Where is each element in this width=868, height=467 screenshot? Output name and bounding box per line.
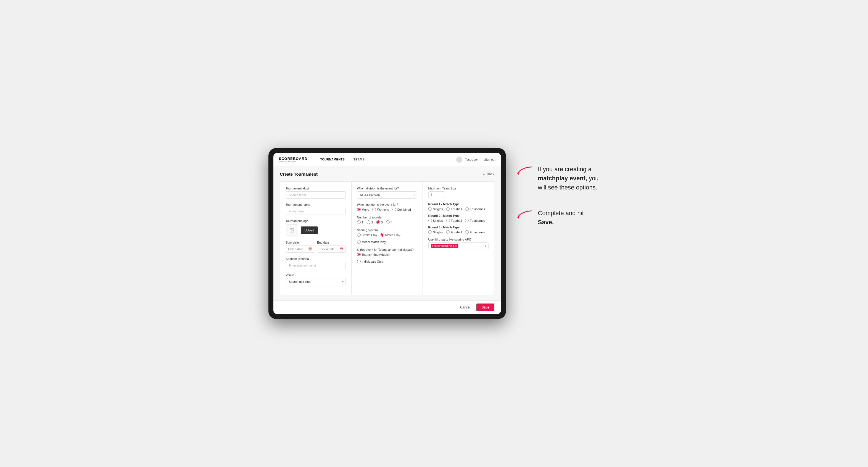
- round3-foursomes-label: Foursomes: [470, 230, 485, 234]
- round1-singles-radio[interactable]: [428, 207, 432, 211]
- logo-sub: Powered by clippit: [279, 160, 308, 162]
- rounds-1-label: 1: [362, 221, 364, 224]
- rounds-2-option[interactable]: 2: [367, 220, 373, 224]
- round2-foursomes-option[interactable]: Foursomes: [465, 219, 485, 222]
- gender-womens-option[interactable]: Womens: [372, 208, 389, 211]
- upload-button[interactable]: Upload: [301, 226, 318, 234]
- round3-singles-option[interactable]: Singles: [428, 230, 443, 234]
- round2-singles-radio[interactable]: [428, 219, 432, 222]
- round2-foursomes-radio[interactable]: [465, 219, 469, 222]
- rounds-4-option[interactable]: 4: [386, 220, 393, 224]
- round2-fourball-radio[interactable]: [446, 219, 450, 222]
- avatar: [456, 157, 462, 163]
- round3-foursomes-radio[interactable]: [465, 230, 469, 234]
- back-link[interactable]: ← Back: [483, 172, 494, 176]
- gender-womens-radio[interactable]: [372, 208, 376, 211]
- rounds-4-radio[interactable]: [386, 220, 390, 224]
- round2-fourball-option[interactable]: Fourball: [446, 219, 462, 222]
- rounds-2-label: 2: [371, 221, 373, 224]
- max-team-size-input[interactable]: [428, 191, 445, 198]
- cancel-button[interactable]: Cancel: [457, 304, 474, 311]
- scoring-medal-option[interactable]: Medal Match Play: [357, 240, 386, 244]
- gender-mens-radio[interactable]: [357, 208, 361, 211]
- app-header: SCOREBOARD Powered by clippit TOURNAMENT…: [273, 153, 501, 166]
- rounds-3-option[interactable]: 3: [376, 220, 383, 224]
- end-date-label: End date: [317, 241, 346, 244]
- scoring-stroke-radio[interactable]: [357, 233, 361, 237]
- api-tag-remove[interactable]: ×: [455, 244, 457, 247]
- scoring-field: Scoring system Stroke Play Match Play: [357, 228, 417, 244]
- arrow-top: [517, 165, 533, 176]
- scoring-match-label: Match Play: [385, 234, 400, 237]
- rounds-3-radio[interactable]: [376, 220, 380, 224]
- nav-tab-teams[interactable]: TEAMS: [349, 153, 369, 166]
- logo-placeholder: [286, 224, 298, 237]
- teams-individuals-option[interactable]: Individuals Only: [357, 259, 383, 263]
- round2-foursomes-label: Foursomes: [470, 219, 485, 222]
- end-date-input[interactable]: [317, 246, 346, 253]
- gender-combined-option[interactable]: Combined: [393, 208, 411, 211]
- tournament-host-label: Tournament Host: [286, 187, 346, 190]
- round1-singles-label: Singles: [433, 208, 443, 211]
- api-tag-label: Leaderboard King: [432, 244, 454, 247]
- tournament-logo-label: Tournament logo: [286, 219, 346, 223]
- scoring-stroke-option[interactable]: Stroke Play: [357, 233, 377, 237]
- start-date-input[interactable]: [286, 246, 315, 253]
- teams-teams-option[interactable]: Teams (+Individuals): [357, 253, 390, 256]
- round3-singles-radio[interactable]: [428, 230, 432, 234]
- arrow-bottom-svg: [517, 209, 533, 220]
- api-label: Use third-party live scoring API?: [428, 238, 489, 241]
- sponsor-input[interactable]: [286, 262, 346, 269]
- gender-field: Which gender is the event for? Mens Wome…: [357, 203, 417, 211]
- save-button[interactable]: Save: [476, 304, 494, 311]
- round3-fourball-radio[interactable]: [446, 230, 450, 234]
- gender-combined-radio[interactable]: [393, 208, 396, 211]
- nav-tabs: TOURNAMENTS TEAMS: [316, 153, 456, 166]
- round2-singles-option[interactable]: Singles: [428, 219, 443, 222]
- venue-select-wrapper: Search golf club: [286, 278, 346, 285]
- round1-foursomes-radio[interactable]: [465, 207, 469, 211]
- api-field: Use third-party live scoring API? Leader…: [428, 238, 489, 249]
- logo-upload-area: Upload: [286, 224, 346, 237]
- page-body: Create Tournament ← Back Tournament Host…: [273, 166, 501, 301]
- round3-foursomes-option[interactable]: Foursomes: [465, 230, 485, 234]
- rounds-4-label: 4: [391, 221, 393, 224]
- scoring-match-option[interactable]: Match Play: [380, 233, 400, 237]
- round1-singles-option[interactable]: Singles: [428, 207, 443, 211]
- rounds-3-label: 3: [381, 221, 383, 224]
- round1-foursomes-option[interactable]: Foursomes: [465, 207, 485, 211]
- start-date-label: Start date: [286, 241, 315, 244]
- form-col-3: Maximum Team Size Round 1 - Match Type S…: [423, 182, 494, 295]
- api-select-wrap[interactable]: Leaderboard King × ▾: [428, 243, 489, 249]
- round1-fourball-radio[interactable]: [446, 207, 450, 211]
- user-name: Test User: [465, 158, 478, 161]
- nav-tab-tournaments[interactable]: TOURNAMENTS: [316, 153, 349, 166]
- start-date-wrap: 📅: [286, 246, 315, 253]
- rounds-2-radio[interactable]: [367, 220, 370, 224]
- arrow-bottom: [517, 209, 533, 220]
- tournament-host-input[interactable]: [286, 191, 346, 198]
- annotation-top-text: If you are creating a matchplay event, y…: [538, 165, 600, 192]
- division-select[interactable]: NCAA Division I: [357, 191, 417, 198]
- division-label: Which division is the event for?: [357, 187, 417, 190]
- scoring-label: Scoring system: [357, 228, 417, 232]
- round2-singles-label: Singles: [433, 219, 443, 222]
- tournament-name-input[interactable]: [286, 208, 346, 215]
- max-team-size-field: Maximum Team Size: [428, 187, 489, 198]
- round3-fourball-option[interactable]: Fourball: [446, 230, 462, 234]
- rounds-label: Number of rounds: [357, 216, 417, 219]
- form-col-1: Tournament Host Tournament name Tourname…: [280, 182, 351, 295]
- scoring-medal-radio[interactable]: [357, 240, 361, 244]
- venue-select[interactable]: Search golf club: [286, 278, 346, 285]
- teams-individuals-radio[interactable]: [357, 259, 361, 263]
- teams-teams-radio[interactable]: [357, 253, 361, 256]
- rounds-1-option[interactable]: 1: [357, 220, 364, 224]
- gender-mens-option[interactable]: Mens: [357, 208, 369, 211]
- gender-label: Which gender is the event for?: [357, 203, 417, 206]
- rounds-1-radio[interactable]: [357, 220, 361, 224]
- scoring-match-radio[interactable]: [380, 233, 384, 237]
- round1-fourball-option[interactable]: Fourball: [446, 207, 462, 211]
- tournament-logo-field: Tournament logo Upload: [286, 219, 346, 237]
- round2-fourball-label: Fourball: [451, 219, 462, 222]
- sign-out-link[interactable]: Sign out: [484, 158, 495, 161]
